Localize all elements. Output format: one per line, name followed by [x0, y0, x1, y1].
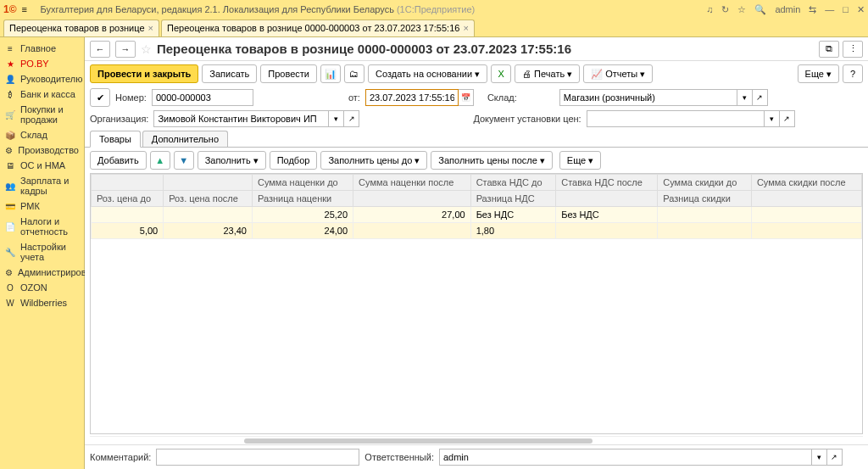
grid-header[interactable]: Разница скидки: [658, 191, 752, 207]
sidebar-item-13[interactable]: OOZON: [0, 280, 84, 295]
move-up-icon[interactable]: ▲: [150, 151, 170, 170]
grid-cell[interactable]: 27,00: [353, 207, 471, 223]
grid-header[interactable]: Разница НДС: [470, 191, 556, 207]
grid-header[interactable]: [92, 175, 164, 191]
horizontal-scrollbar[interactable]: [90, 436, 863, 444]
fill-prices-after-button[interactable]: Заполнить цены после ▾: [431, 151, 553, 170]
grid-header[interactable]: [164, 175, 253, 191]
org-input[interactable]: [153, 110, 329, 127]
grid-cell[interactable]: [751, 223, 861, 239]
open-icon[interactable]: ↗: [827, 449, 843, 466]
sidebar-item-0[interactable]: ≡Главное: [0, 41, 84, 56]
move-down-icon[interactable]: ▼: [174, 151, 194, 170]
post-button[interactable]: Провести: [260, 64, 317, 83]
grid-cell[interactable]: [658, 207, 752, 223]
grid-cell[interactable]: 5,00: [92, 223, 164, 239]
close-icon[interactable]: ×: [148, 23, 153, 33]
grid-cell[interactable]: 23,40: [164, 223, 253, 239]
reports-button[interactable]: 📈 Отчеты ▾: [583, 64, 653, 83]
dropdown-icon[interactable]: ▾: [329, 110, 344, 127]
write-button[interactable]: Записать: [202, 64, 257, 83]
status-icon[interactable]: ✔: [90, 88, 110, 107]
number-input[interactable]: [152, 89, 253, 106]
goods-grid[interactable]: Сумма наценки доСумма наценки послеСтавк…: [90, 173, 863, 434]
grid-header[interactable]: Сумма наценки после: [353, 175, 471, 191]
tab-document[interactable]: Переоценка товаров в рознице 0000-000003…: [161, 20, 475, 36]
search-icon[interactable]: 🔍: [754, 4, 766, 15]
close-icon[interactable]: ×: [463, 23, 468, 33]
add-button[interactable]: Добавить: [90, 151, 147, 170]
warehouse-input[interactable]: [559, 89, 737, 106]
open-icon[interactable]: ↗: [780, 110, 795, 127]
maximize-icon[interactable]: □: [843, 4, 849, 14]
fill-prices-before-button[interactable]: Заполнить цены до ▾: [320, 151, 427, 170]
grid-cell[interactable]: Без НДС: [470, 207, 556, 223]
settings-icon[interactable]: ⇆: [809, 4, 816, 15]
main-menu-icon[interactable]: ≡: [22, 4, 36, 14]
grid-cell[interactable]: 25,20: [252, 207, 353, 223]
grid-header[interactable]: [751, 191, 861, 207]
grid-cell[interactable]: [92, 207, 164, 223]
grid-header[interactable]: [353, 191, 471, 207]
detach-icon[interactable]: ⧉: [819, 41, 839, 58]
tab-extra[interactable]: Дополнительно: [142, 131, 228, 147]
grid-header[interactable]: Сумма наценки до: [252, 175, 353, 191]
tab-goods[interactable]: Товары: [90, 131, 141, 148]
post-and-close-button[interactable]: Провести и закрыть: [90, 64, 198, 83]
sidebar-item-6[interactable]: ⚙Производство: [0, 142, 84, 158]
nav-back-button[interactable]: ←: [90, 41, 110, 58]
structure-icon[interactable]: 🗂: [344, 64, 364, 83]
sidebar-item-9[interactable]: 💳РМК: [0, 198, 84, 214]
open-icon[interactable]: ↗: [344, 110, 359, 127]
dropdown-icon[interactable]: ▾: [812, 449, 827, 466]
dropdown-icon[interactable]: ▾: [737, 89, 753, 106]
grid-header[interactable]: Ставка НДС до: [470, 175, 556, 191]
grid-cell[interactable]: [353, 223, 471, 239]
sidebar-item-12[interactable]: ⚙Администрирование: [0, 265, 84, 280]
dropdown-icon[interactable]: ▾: [765, 110, 780, 127]
grid-cell[interactable]: 24,00: [252, 223, 353, 239]
open-icon[interactable]: ↗: [753, 89, 768, 106]
grid-header[interactable]: Сумма скидки после: [751, 175, 861, 191]
close-icon[interactable]: ✕: [857, 4, 865, 15]
pricedoc-input[interactable]: [587, 110, 765, 127]
grid-cell[interactable]: Без НДС: [556, 207, 658, 223]
sidebar-item-14[interactable]: WWildberries: [0, 295, 84, 310]
excel-icon[interactable]: X: [491, 64, 511, 83]
movements-icon[interactable]: 📊: [320, 64, 341, 83]
more-header-icon[interactable]: ⋮: [843, 41, 863, 58]
responsible-input[interactable]: [439, 449, 812, 466]
date-input[interactable]: [365, 89, 459, 106]
bell-icon[interactable]: ♫: [706, 4, 713, 14]
sidebar-item-2[interactable]: 👤Руководителю: [0, 71, 84, 87]
sidebar-item-7[interactable]: 🖥ОС и НМА: [0, 158, 84, 173]
grid-header[interactable]: Роз. цена после: [164, 191, 253, 207]
grid-cell[interactable]: [556, 223, 658, 239]
minimize-icon[interactable]: —: [825, 4, 834, 14]
grid-header[interactable]: Разница наценки: [252, 191, 353, 207]
create-based-button[interactable]: Создать на основании ▾: [368, 64, 487, 83]
fill-button[interactable]: Заполнить ▾: [198, 151, 266, 170]
sidebar-item-8[interactable]: 👥Зарплата и кадры: [0, 173, 84, 198]
sidebar-item-4[interactable]: 🛒Покупки и продажи: [0, 102, 84, 127]
star-icon[interactable]: ☆: [737, 4, 746, 15]
tab-list[interactable]: Переоценка товаров в рознице×: [3, 20, 159, 36]
grid-cell[interactable]: [751, 207, 861, 223]
history-icon[interactable]: ↻: [721, 4, 729, 15]
calendar-icon[interactable]: 📅: [459, 89, 474, 106]
sidebar-item-5[interactable]: 📦Склад: [0, 127, 84, 142]
comment-input[interactable]: [156, 449, 359, 466]
sidebar-item-1[interactable]: ★PO.BY: [0, 56, 84, 71]
grid-header[interactable]: Ставка НДС после: [556, 175, 658, 191]
grid-cell[interactable]: [658, 223, 752, 239]
more-button[interactable]: Еще ▾: [798, 64, 839, 83]
grid-cell[interactable]: 1,80: [470, 223, 556, 239]
grid-header[interactable]: Сумма скидки до: [658, 175, 752, 191]
help-button[interactable]: ?: [843, 64, 863, 83]
grid-cell[interactable]: [164, 207, 253, 223]
sidebar-item-11[interactable]: 🔧Настройки учета: [0, 239, 84, 265]
grid-header[interactable]: [556, 191, 658, 207]
sidebar-item-10[interactable]: 📄Налоги и отчетность: [0, 214, 84, 239]
grid-more-button[interactable]: Еще ▾: [559, 151, 601, 170]
print-button[interactable]: 🖨 Печать ▾: [515, 64, 580, 83]
